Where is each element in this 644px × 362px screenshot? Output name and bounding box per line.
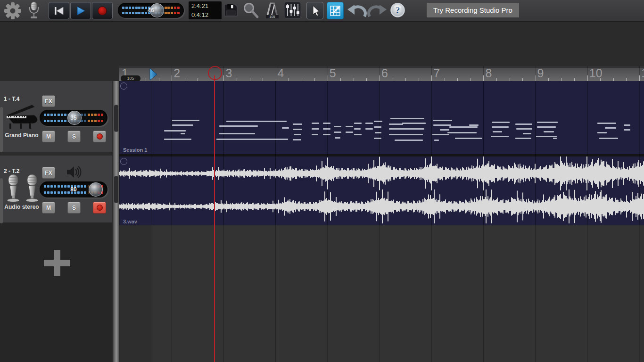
midi-note xyxy=(434,140,439,141)
arm-record-button[interactable] xyxy=(93,202,106,214)
led-dot xyxy=(47,185,50,188)
playhead-handle[interactable] xyxy=(208,66,222,80)
midi-note xyxy=(597,132,607,133)
track-volume-slider[interactable]: 35 xyxy=(40,110,107,126)
led-dot xyxy=(54,120,56,122)
track-volume-slider[interactable]: 80 xyxy=(40,181,107,197)
led-dot xyxy=(129,7,131,9)
led-dot xyxy=(61,114,63,116)
volume-knob[interactable] xyxy=(67,111,82,125)
master-volume-slider[interactable]: 46 xyxy=(118,3,184,18)
midi-note xyxy=(537,122,558,123)
track-left-scrollbar[interactable] xyxy=(0,107,3,152)
led-dot xyxy=(122,7,124,9)
ruler-tick xyxy=(536,75,536,81)
midi-region[interactable] xyxy=(119,81,644,154)
save-icon[interactable] xyxy=(223,2,239,20)
led-dot xyxy=(50,120,53,122)
mute-button[interactable]: M xyxy=(42,131,55,142)
timeline-empty-area[interactable] xyxy=(119,225,644,362)
audio-region-handle[interactable] xyxy=(120,158,127,165)
led-dot xyxy=(167,7,170,9)
midi-note xyxy=(323,128,330,130)
loop-start-marker[interactable] xyxy=(149,68,157,82)
led-dot xyxy=(132,7,134,9)
ruler-tick xyxy=(276,75,276,81)
midi-note xyxy=(323,134,330,135)
solo-button[interactable]: S xyxy=(67,131,81,142)
led-dot xyxy=(50,185,53,188)
try-pro-button[interactable]: Try Recording Studio Pro xyxy=(427,3,519,17)
led-dot xyxy=(81,191,83,194)
play-button[interactable] xyxy=(70,2,91,19)
led-dot xyxy=(145,7,147,9)
bar-number: 11 xyxy=(641,66,644,80)
metronome-icon[interactable]: 105 xyxy=(264,1,281,22)
led-dot xyxy=(88,120,90,122)
toolbar: 46 2:4:21 0:4:12 105 xyxy=(0,0,644,22)
timeline-lanes[interactable] xyxy=(119,81,644,362)
scrollbar-thumb[interactable] xyxy=(114,176,119,203)
fx-button[interactable]: FX xyxy=(42,167,55,179)
bar-number: 9 xyxy=(537,66,544,80)
track-scrollbar-strip xyxy=(113,81,119,362)
rewind-to-start-button[interactable] xyxy=(49,2,69,19)
led-dot xyxy=(47,120,50,122)
midi-region-handle[interactable] xyxy=(120,82,127,90)
led-dot xyxy=(94,120,97,122)
speaker-monitor-icon[interactable] xyxy=(65,165,82,181)
led-dot xyxy=(84,191,86,194)
led-dot xyxy=(145,12,147,14)
mute-button[interactable]: M xyxy=(42,202,55,214)
led-dot xyxy=(129,12,131,14)
grid-pan-tool-button[interactable] xyxy=(327,2,344,19)
midi-note xyxy=(172,124,193,126)
undo-button[interactable] xyxy=(347,3,367,20)
ruler-tick xyxy=(328,75,328,81)
arm-record-button[interactable] xyxy=(93,131,106,142)
led-dot xyxy=(58,185,60,188)
mixer-icon[interactable] xyxy=(284,1,301,21)
bar-number: 8 xyxy=(485,66,492,80)
midi-note xyxy=(402,123,426,124)
scrollbar-thumb[interactable] xyxy=(114,105,119,132)
record-icon xyxy=(97,6,107,16)
cursor-tool-button[interactable] xyxy=(306,2,323,19)
redo-button[interactable] xyxy=(367,3,387,20)
midi-note xyxy=(455,138,482,139)
metronome-tempo-label: 105 xyxy=(269,15,275,19)
record-button[interactable] xyxy=(92,2,113,19)
ruler-tick xyxy=(172,75,172,81)
led-dot xyxy=(44,191,46,194)
volume-knob[interactable] xyxy=(89,182,103,197)
settings-gear-icon[interactable] xyxy=(4,2,22,22)
track-left-scrollbar[interactable] xyxy=(0,178,3,223)
midi-note xyxy=(334,132,341,133)
track-name: Audio stereo xyxy=(0,204,43,210)
led-dot xyxy=(101,114,103,116)
track-header-1[interactable]: 1 - T.4 Grand Piano FX 35 M S xyxy=(0,81,112,152)
help-button[interactable]: ? xyxy=(390,2,405,20)
midi-note xyxy=(469,124,479,126)
midi-note xyxy=(433,124,451,126)
undo-arrow-icon xyxy=(347,3,367,18)
add-track-button[interactable] xyxy=(44,250,70,276)
bar-number: 6 xyxy=(381,66,388,80)
zoom-magnifier-icon[interactable] xyxy=(242,2,260,21)
playhead-line[interactable] xyxy=(214,75,215,362)
fx-button[interactable]: FX xyxy=(42,95,55,107)
question-mark-icon: ? xyxy=(390,2,405,18)
midi-note xyxy=(164,130,186,132)
track-header-2[interactable]: 2 - T.2 Audio stereo FX xyxy=(0,156,112,222)
midi-note xyxy=(544,131,554,132)
ruler-tick xyxy=(483,75,484,81)
midi-note xyxy=(282,127,289,129)
led-dot xyxy=(58,114,60,116)
led-dot xyxy=(98,120,100,122)
volume-knob[interactable] xyxy=(150,3,164,17)
led-dot xyxy=(47,114,50,116)
led-dot xyxy=(74,185,76,188)
solo-button[interactable]: S xyxy=(67,202,81,214)
microphone-icon[interactable] xyxy=(27,0,41,22)
timeline-ruler[interactable]: 1234567891011 xyxy=(119,66,644,82)
